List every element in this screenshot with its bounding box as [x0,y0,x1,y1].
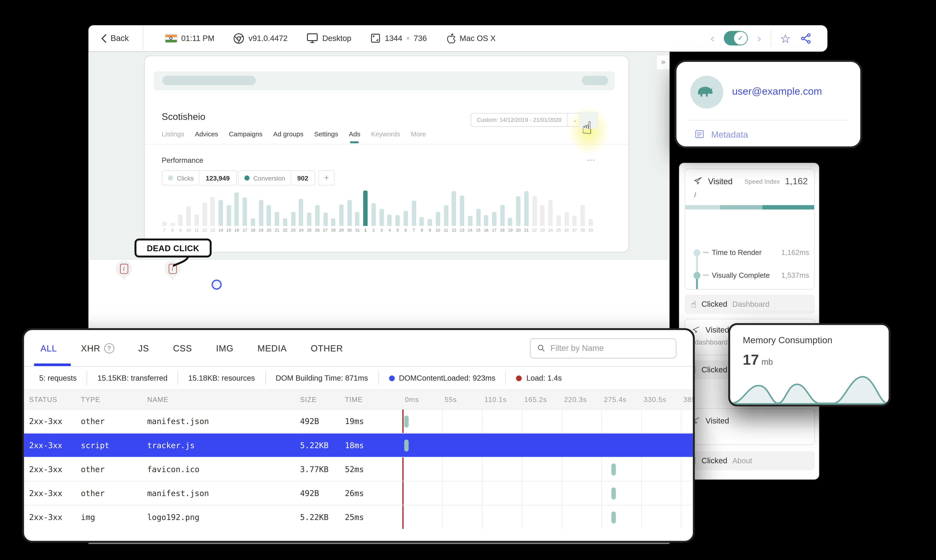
kpi-value: 123,949 [199,174,236,182]
site-tab-keywords[interactable]: Keywords [371,130,400,143]
toggle-knob-check-icon: ✓ [734,32,747,45]
user-card: user@example.com Metadata [674,60,862,148]
site-tab-ads[interactable]: Ads [349,130,360,143]
timeline-playhead[interactable] [211,279,222,289]
visited-path: / [685,186,814,198]
rhino-icon [696,84,717,100]
apple-icon [446,32,456,44]
kpi-clicks[interactable]: Clicks 123,949 [162,171,237,186]
session-topbar: Back 01:11 PM v91.0.4472 Desktop [88,25,827,52]
waterfall-cell [385,409,693,433]
browser-info: v91.0.4472 [233,32,288,44]
events-panel: Visited Speed Index 1,162 / Time to Rend… [679,163,819,480]
dead-click-tooltip: DEAD CLICK [134,238,212,257]
autoplay-toggle[interactable]: ✓ [724,31,748,45]
date-range-select[interactable]: Custom: 14/12/2019 - 21/01/2020 ⌄ [470,113,583,127]
network-tab-css[interactable]: CSS [173,343,192,353]
table-row[interactable]: 2xx-3xxother favicon.ico3.77KB 52ms [24,457,693,481]
network-tab-media[interactable]: MEDIA [258,343,287,353]
back-button[interactable]: Back [88,34,143,43]
add-kpi-button[interactable]: + [318,171,335,186]
os-info: Mac OS X [446,32,495,44]
chevron-left-icon [101,34,107,43]
desktop-icon [307,33,319,43]
network-table-header: STATUS TYPE NAME SIZE TIME 0ms55s110.1s1… [24,390,693,409]
col-name: NAME [147,395,300,403]
stat-resources: 15.18KB: resources [177,371,265,385]
mock-url-pill [162,76,256,85]
resolution-width: 1344 [385,34,402,43]
device-label: Desktop [322,34,352,43]
network-panel: ALL XHR ? JS CSS IMG MEDIA OTHER 5: requ… [22,328,695,543]
network-tab-all[interactable]: ALL [40,343,57,353]
network-tab-xhr[interactable]: XHR ? [81,343,114,353]
waterfall-ticks: 0ms55s110.1s165.2s220.3s275.4s330.5s385.… [385,390,693,409]
date-range-value: Custom: 14/12/2019 - 21/01/2020 [471,117,567,123]
click-hand-icon: ☝ [691,299,696,309]
kpi-label: Conversion [253,174,290,182]
session-replay-app: Back 01:11 PM v91.0.4472 Desktop [0,0,936,560]
filter-input[interactable] [550,343,669,353]
event-row-clicked[interactable]: ☝ Clicked Dashboard [685,295,815,314]
speed-index-value: 1,162 [785,176,808,186]
stat-dom-building: DOM Building Time: 871ms [265,371,378,385]
col-time: TIME [345,395,385,403]
site-tab-campaigns[interactable]: Campaigns [229,130,262,143]
prev-session-button[interactable]: ‹ [710,32,715,44]
site-nav-tabs: Listings Advices Campaigns Ad groups Set… [162,130,426,143]
resolution-info: 1344 × 736 [370,33,427,43]
next-session-button[interactable]: › [757,32,762,44]
issue-marker-icon[interactable]: i [116,260,132,277]
col-type: TYPE [81,395,147,403]
country-flag-icon [165,34,177,43]
collapse-panel-button[interactable]: » [657,55,669,69]
metadata-button[interactable]: Metadata [694,129,748,139]
site-tab-more[interactable]: More [411,130,426,143]
performance-chart: 7891011121314151617181920212223242526272… [160,190,595,233]
site-tab-advices[interactable]: Advices [195,130,218,143]
event-visited-card[interactable]: Visited Speed Index 1,162 / Time to Rend… [685,169,815,290]
divider [145,144,628,145]
timing-row: Time to Render 1,162ms [685,246,815,258]
divider [771,30,771,46]
site-title: Scotisheio [162,111,205,122]
event-row-clicked-about[interactable]: ☝ Clicked About [685,451,815,470]
timing-dot-icon [694,249,700,256]
table-row-selected[interactable]: 2xx-3xxscript tracker.js5.22KB 18ms [24,433,693,457]
load-progress-bar [685,205,814,210]
timing-dot-icon [694,272,700,279]
table-row[interactable]: 2xx-3xxother manifest.json492B 19ms [24,409,693,433]
stat-requests: 5: requests [24,371,87,385]
help-icon[interactable]: ? [104,343,114,353]
resolution-height: 736 [413,34,427,43]
site-tab-ad-groups[interactable]: Ad groups [273,130,304,143]
memory-consumption-popup: Memory Consumption 17mb [728,323,891,406]
section-menu-dots[interactable]: ⋯ [587,155,595,165]
memory-value: 17mb [743,351,773,368]
network-tab-img[interactable]: IMG [216,343,233,353]
kpi-conversion[interactable]: Conversion 902 [238,171,315,186]
timing-row: Visually Complete 1,537ms [685,269,815,281]
replayed-page: Scotisheio Custom: 14/12/2019 - 21/01/20… [144,55,629,252]
user-email[interactable]: user@example.com [732,86,822,97]
site-tab-settings[interactable]: Settings [314,130,338,143]
network-tabs: ALL XHR ? JS CSS IMG MEDIA OTHER [24,330,693,367]
share-icon[interactable] [800,32,812,44]
network-tab-js[interactable]: JS [138,343,149,353]
speed-index-label: Speed Index [744,178,780,185]
load-dot-icon [516,375,522,381]
memory-unit: mb [762,357,773,367]
network-tab-other[interactable]: OTHER [311,343,343,353]
back-label: Back [111,34,129,43]
event-card-visited[interactable]: Visited [685,408,815,445]
stat-load: Load: 1.4s [506,371,572,385]
table-row[interactable]: 2xx-3xxother manifest.json492B 26ms [24,481,693,505]
favorite-star-icon[interactable]: ☆ [780,31,791,45]
waterfall-cell [385,457,693,481]
section-title: Performance [162,157,203,164]
table-row[interactable]: 2xx-3xximg logo192.png5.22KB 25ms [24,505,693,529]
waterfall-cell [385,506,693,529]
memory-popup-title: Memory Consumption [743,335,833,345]
metadata-doc-icon [694,129,705,139]
site-tab-listings[interactable]: Listings [162,130,184,143]
